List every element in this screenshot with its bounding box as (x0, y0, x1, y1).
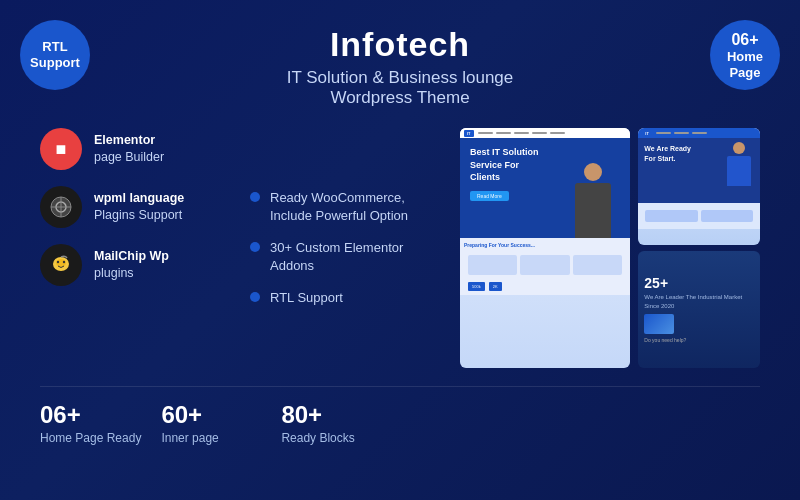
preview-area: IT Best IT SolutionService ForClients Re… (460, 128, 760, 368)
preview-bottom: 25+ We Are Leader The Industrial Market … (638, 251, 760, 368)
mailchimp-title: MailChip Wp (94, 249, 169, 263)
stat-blocks-label: Ready Blocks (281, 431, 354, 445)
person-body (575, 183, 611, 238)
stat-number: 25+ (644, 276, 754, 290)
stat-inner-label: Inner page (161, 431, 218, 445)
bullet-elementor-addons: 30+ Custom Elementor Addons (250, 239, 440, 275)
elementor-title: Elementor (94, 133, 155, 147)
bullet-text-3: RTL Support (270, 289, 343, 307)
elementor-subtitle: page Builder (94, 150, 164, 164)
pages-badge: 06+ Home Page (710, 20, 780, 90)
secondary-person (721, 142, 756, 192)
preview-top: IT We Are ReadyFor Start. (638, 128, 760, 245)
pages-badge-line1: 06+ (731, 30, 758, 49)
preview-secondary: IT We Are ReadyFor Start. (638, 128, 760, 368)
bullet-dot-3 (250, 292, 260, 302)
feature-elementor: ■ Elementor page Builder (40, 128, 230, 170)
bullet-dot-2 (250, 242, 260, 252)
feature-mailchimp: MailChip Wp plugins (40, 244, 230, 286)
features-left: ■ Elementor page Builder wp (40, 128, 230, 368)
wpml-subtitle: Plagins Support (94, 208, 182, 222)
rtl-badge: RTL Support (20, 20, 90, 90)
bullet-rtl: RTL Support (250, 289, 440, 307)
pages-badge-line2: Home (727, 49, 763, 65)
features-middle: Ready WooCommerce, Include Powerful Opti… (250, 128, 440, 368)
mock-person (565, 138, 620, 238)
svg-point-7 (63, 261, 65, 263)
wpml-title: wpml language (94, 191, 184, 205)
page-container: RTL Support 06+ Home Page Infotech IT So… (0, 0, 800, 500)
stat-inner-pages: 60+ Inner page (161, 401, 281, 445)
person-head (584, 163, 602, 181)
stat-home-label: Home Page Ready (40, 431, 141, 445)
mock-hero-title: Best IT SolutionService ForClients (470, 146, 553, 184)
svg-point-6 (57, 261, 59, 263)
feature-wpml: wpml language Plagins Support (40, 186, 230, 228)
page-subtitle: IT Solution & Business lounge Wordpress … (40, 68, 760, 108)
stat-desc: We Are Leader The Industrial Market Sinc… (644, 293, 754, 310)
mailchimp-icon (40, 244, 82, 286)
secondary-top-hero: We Are ReadyFor Start. (638, 138, 760, 203)
stat-blocks: 80+ Ready Blocks (281, 401, 401, 445)
bullet-text-2: 30+ Custom Elementor Addons (270, 239, 440, 275)
elementor-icon: ■ (40, 128, 82, 170)
rtl-badge-line1: RTL (42, 39, 67, 55)
page-title: Infotech (40, 25, 760, 64)
stat-home-pages: 06+ Home Page Ready (40, 401, 161, 445)
preview-main: IT Best IT SolutionService ForClients Re… (460, 128, 630, 368)
mock-hero-section: Best IT SolutionService ForClients Read … (460, 138, 630, 238)
stats-bar: 06+ Home Page Ready 60+ Inner page 80+ R… (40, 386, 760, 445)
stat-home-number: 06+ (40, 401, 81, 429)
page-header: Infotech IT Solution & Business lounge W… (40, 20, 760, 108)
bullet-dot-1 (250, 192, 260, 202)
bullet-woocommerce: Ready WooCommerce, Include Powerful Opti… (250, 189, 440, 225)
main-content: ■ Elementor page Builder wp (40, 128, 760, 368)
mock-hero-button: Read More (470, 191, 509, 201)
bullet-text-1: Ready WooCommerce, Include Powerful Opti… (270, 189, 440, 225)
stat-inner-number: 60+ (161, 401, 202, 429)
pages-badge-line3: Page (729, 65, 760, 81)
stat-blocks-number: 80+ (281, 401, 322, 429)
mock-bottom-content: Preparing For Your Success... 500k 2K (460, 238, 630, 295)
rtl-badge-line2: Support (30, 55, 80, 71)
wpml-icon (40, 186, 82, 228)
mailchimp-subtitle: plugins (94, 266, 134, 280)
mock-nav: IT (460, 128, 630, 138)
